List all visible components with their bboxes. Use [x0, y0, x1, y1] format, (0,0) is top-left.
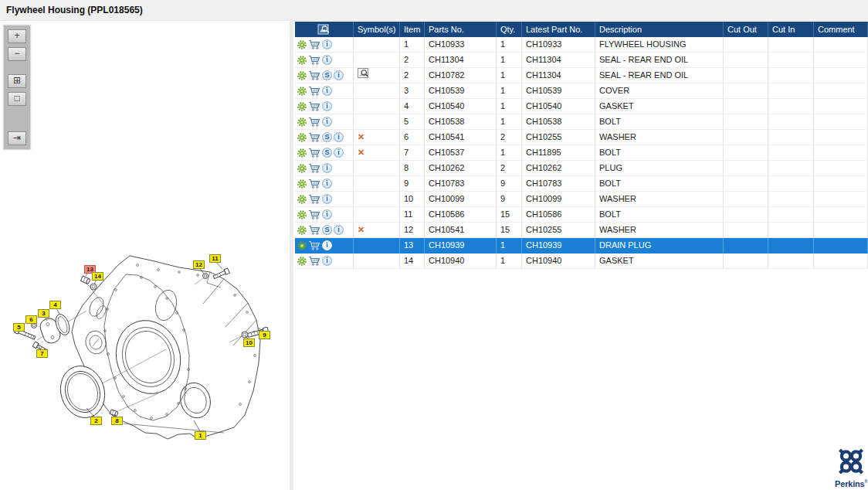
gear-icon[interactable]	[297, 164, 307, 173]
gear-icon[interactable]	[297, 40, 307, 49]
cell-description: BOLT	[595, 176, 724, 192]
cart-icon[interactable]	[308, 225, 320, 235]
gear-icon[interactable]	[297, 117, 307, 127]
cell-qty: 15	[497, 223, 522, 238]
cell-description: BOLT	[595, 145, 724, 161]
row-actions-cell: i	[295, 99, 354, 114]
cell-comment	[814, 238, 868, 254]
info-icon[interactable]: i	[322, 209, 332, 219]
cart-icon[interactable]	[308, 256, 320, 266]
cell-qty: 1	[497, 68, 522, 83]
supersession-icon[interactable]: S	[322, 148, 332, 158]
info-icon[interactable]: i	[322, 179, 332, 189]
cell-parts-no: CH10537	[425, 145, 497, 161]
callout-10[interactable]: 10	[243, 339, 255, 347]
info-icon[interactable]: i	[334, 132, 344, 142]
supersession-icon[interactable]: S	[322, 70, 332, 80]
illustration-icon[interactable]	[358, 68, 369, 78]
cell-symbols	[354, 161, 400, 176]
cart-icon[interactable]	[308, 117, 320, 127]
row-actions-cell: i	[295, 83, 354, 99]
cell-qty: 1	[497, 99, 522, 114]
callout-1[interactable]: 1	[195, 431, 206, 440]
cart-icon[interactable]	[308, 55, 320, 65]
cart-icon[interactable]	[308, 39, 320, 49]
cell-description: WASHER	[595, 192, 724, 207]
cart-icon[interactable]	[308, 209, 320, 219]
gear-icon[interactable]	[297, 56, 307, 65]
row-actions-cell: i	[295, 114, 354, 130]
cart-icon[interactable]	[308, 86, 320, 96]
cell-symbols: ✕	[354, 130, 400, 145]
info-icon[interactable]: i	[334, 148, 344, 158]
supersession-icon[interactable]: S	[322, 225, 332, 235]
info-icon[interactable]: i	[322, 86, 332, 96]
cart-icon[interactable]	[308, 179, 320, 189]
panel-divider[interactable]	[290, 21, 293, 490]
cell-cut-out	[724, 161, 768, 176]
cell-item: 6	[400, 130, 425, 145]
callout-12[interactable]: 12	[193, 260, 205, 269]
cart-icon[interactable]	[308, 101, 320, 111]
cart-icon[interactable]	[308, 132, 320, 142]
info-icon[interactable]: i	[334, 70, 344, 80]
column-header-desc: Description	[595, 22, 724, 37]
cart-icon[interactable]	[308, 148, 320, 158]
callout-4[interactable]: 4	[49, 301, 61, 309]
row-actions-cell: i	[295, 192, 354, 207]
gear-icon[interactable]	[297, 87, 307, 96]
info-icon[interactable]: i	[322, 101, 332, 111]
callout-6[interactable]: 6	[25, 315, 37, 324]
not-fitted-icon[interactable]: ✕	[358, 148, 364, 157]
gear-icon[interactable]	[297, 133, 307, 142]
gear-icon[interactable]	[297, 241, 307, 250]
info-icon[interactable]: i	[322, 55, 332, 65]
gear-icon[interactable]	[297, 179, 307, 189]
info-icon[interactable]: i	[322, 117, 332, 127]
gear-icon[interactable]	[297, 210, 307, 219]
callout-7[interactable]: 7	[36, 349, 48, 358]
not-fitted-icon[interactable]: ✕	[358, 132, 364, 141]
supersession-icon[interactable]: S	[322, 132, 332, 142]
cell-item: 10	[400, 192, 425, 207]
cart-icon[interactable]	[308, 240, 320, 250]
gear-icon[interactable]	[297, 195, 307, 204]
gear-icon[interactable]	[297, 148, 307, 158]
row-actions-cell: i	[295, 207, 354, 223]
column-header-cut_out: Cut Out	[724, 22, 768, 37]
callout-2[interactable]: 2	[90, 417, 102, 425]
callout-3[interactable]: 3	[38, 309, 49, 318]
cell-cut-out	[724, 37, 768, 53]
cell-parts-no: CH10940	[425, 254, 497, 269]
cart-icon[interactable]	[308, 163, 320, 173]
callout-11[interactable]: 11	[209, 254, 221, 263]
gear-icon[interactable]	[297, 226, 307, 235]
column-header-latest: Latest Part No.	[522, 22, 595, 37]
gear-icon[interactable]	[297, 102, 307, 111]
cell-cut-in	[768, 114, 814, 130]
callout-14[interactable]: 14	[92, 272, 103, 281]
gear-icon[interactable]	[297, 257, 307, 266]
info-icon[interactable]: i	[322, 240, 332, 250]
info-icon[interactable]: i	[322, 39, 332, 49]
cell-cut-out	[724, 83, 768, 99]
callout-9[interactable]: 9	[259, 331, 270, 339]
cell-latest-part-no: CH10940	[522, 254, 595, 269]
column-header-symbols: Symbol(s)	[354, 22, 400, 37]
cell-item: 8	[400, 161, 425, 176]
callout-8[interactable]: 8	[111, 417, 123, 425]
cell-qty: 1	[497, 114, 522, 130]
cell-cut-out	[724, 130, 768, 145]
not-fitted-icon[interactable]: ✕	[358, 225, 364, 234]
cart-icon[interactable]	[308, 194, 320, 204]
cart-icon[interactable]	[308, 70, 320, 80]
info-icon[interactable]: i	[322, 163, 332, 173]
cell-comment	[814, 161, 868, 176]
cell-cut-in	[768, 68, 814, 83]
info-icon[interactable]: i	[334, 225, 344, 235]
callout-5[interactable]: 5	[13, 323, 25, 332]
gear-icon[interactable]	[297, 71, 307, 80]
info-icon[interactable]: i	[322, 256, 332, 266]
cell-item: 13	[400, 238, 425, 254]
info-icon[interactable]: i	[322, 194, 332, 204]
